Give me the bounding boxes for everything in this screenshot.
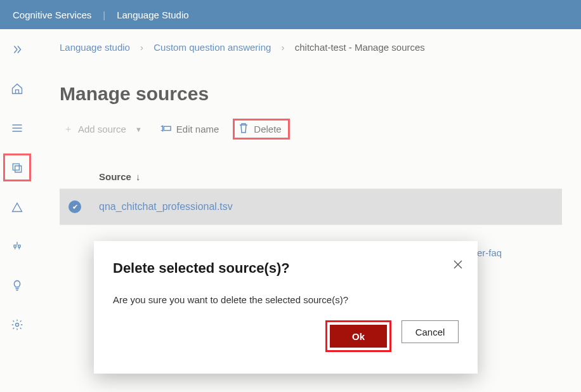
ok-button[interactable]: Ok	[330, 325, 387, 348]
dialog-message: Are you sure you want to delete the sele…	[113, 294, 459, 305]
ok-highlight: Ok	[325, 320, 391, 352]
dialog-actions: Ok Cancel	[113, 320, 459, 352]
dialog-title: Delete selected source(s)?	[113, 260, 459, 277]
close-icon[interactable]	[454, 260, 462, 271]
cancel-button[interactable]: Cancel	[401, 320, 459, 343]
delete-confirm-dialog: Delete selected source(s)? Are you sure …	[94, 241, 478, 374]
